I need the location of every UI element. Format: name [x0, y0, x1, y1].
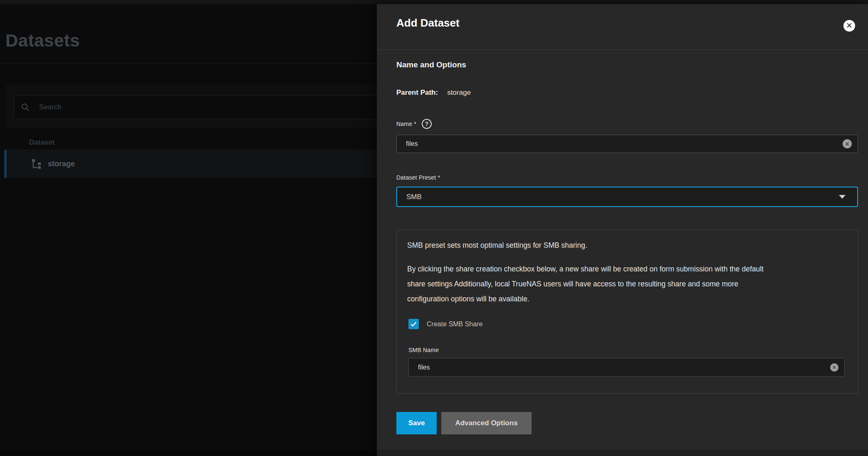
header-divider — [0, 63, 377, 64]
info-paragraph-1: SMB preset sets most optimal settings fo… — [407, 241, 587, 250]
smb-preset-info-box: SMB preset sets most optimal settings fo… — [396, 229, 858, 394]
selected-row-indicator — [4, 150, 7, 178]
smb-name-input[interactable] — [409, 364, 830, 371]
close-icon: ✕ — [846, 22, 853, 30]
smb-name-field-label: SMB Name — [408, 347, 439, 353]
info-paragraph-2-line-1: By clicking the share creation checkbox … — [407, 265, 764, 274]
checkmark-icon — [410, 320, 417, 328]
panel-bottom-strip — [377, 450, 868, 456]
preset-field-label: Dataset Preset * — [396, 174, 440, 181]
section-heading: Name and Options — [396, 60, 466, 69]
name-field-label: Name * — [396, 121, 416, 127]
save-button[interactable]: Save — [396, 412, 437, 434]
dataset-preset-select[interactable]: SMB — [396, 187, 858, 207]
screen: Datasets Search Dataset storage Add Data… — [0, 0, 868, 456]
add-dataset-panel: Add Dataset ✕ Name and Options Parent Pa… — [377, 4, 868, 456]
dataset-row-label: storage — [48, 160, 75, 168]
create-smb-share-label: Create SMB Share — [427, 320, 482, 328]
info-paragraph-2-line-2: share settings Additionally, local TrueN… — [407, 280, 738, 288]
preset-selected-value: SMB — [397, 193, 839, 201]
parent-path-row: Parent Path:storage — [396, 89, 471, 97]
smb-name-input-wrapper: ✕ — [408, 358, 845, 377]
name-input[interactable] — [397, 140, 843, 148]
page-bottom-strip — [0, 450, 377, 456]
chevron-down-icon — [839, 195, 846, 199]
panel-title: Add Dataset — [396, 17, 460, 30]
name-clear-icon[interactable]: ✕ — [843, 139, 852, 148]
search-icon — [21, 103, 30, 112]
info-paragraph-2-line-3: configuration options will be available. — [407, 295, 529, 303]
parent-path-value: storage — [447, 89, 471, 96]
column-header-dataset: Dataset — [29, 138, 54, 147]
panel-header-divider — [377, 49, 868, 50]
parent-path-label: Parent Path: — [396, 89, 438, 96]
page-title: Datasets — [5, 31, 80, 51]
close-button[interactable]: ✕ — [843, 20, 855, 32]
dataset-tree-icon — [30, 158, 43, 170]
advanced-options-button[interactable]: Advanced Options — [441, 412, 532, 434]
top-nav-strip — [0, 0, 868, 4]
smb-name-clear-icon[interactable]: ✕ — [830, 363, 838, 372]
dataset-row-storage[interactable]: storage — [4, 150, 377, 178]
create-smb-share-checkbox-row[interactable]: Create SMB Share — [408, 319, 482, 329]
create-smb-share-checkbox[interactable] — [408, 319, 419, 329]
search-placeholder: Search — [39, 103, 62, 111]
name-input-wrapper: ✕ — [396, 135, 858, 153]
help-icon[interactable]: ? — [422, 119, 432, 129]
dataset-search-field[interactable]: Search — [14, 95, 377, 119]
